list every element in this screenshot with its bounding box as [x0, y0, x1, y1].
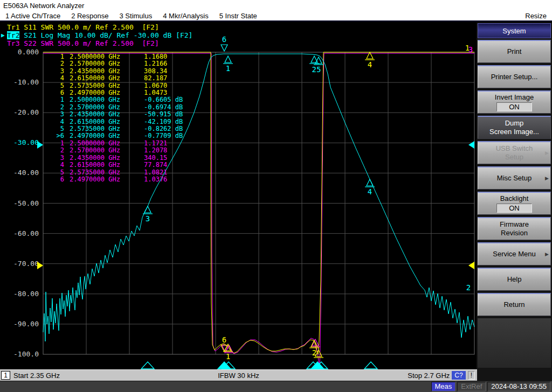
y-tick-label: 0.000	[18, 48, 39, 56]
marker-number: 6	[50, 89, 64, 96]
menu-item-3[interactable]: 3 Stimulus	[114, 12, 158, 20]
svg-text:1: 1	[226, 64, 230, 73]
softkey-label: Invert Image	[495, 93, 534, 102]
softkey-misc-setup[interactable]: Misc Setup▶	[478, 166, 551, 190]
marker-number: 4	[50, 162, 64, 169]
marker-frequency: 2.4970000 GHz	[70, 132, 137, 139]
y-tick-label: -100.0	[13, 350, 39, 358]
softkey-label: USB Switch	[496, 144, 533, 153]
softkey-value: ON	[496, 102, 532, 111]
marker-6-icon: 6	[221, 35, 227, 51]
ifbw-label[interactable]: IFBW 30 kHz	[218, 372, 259, 380]
softkey-firmware-revision[interactable]: FirmwareRevision	[478, 217, 551, 240]
submenu-arrow-icon: ▶	[545, 251, 549, 257]
menu-item-1[interactable]: 1 Active Ch/Trace	[0, 12, 66, 20]
softkey-invert-image[interactable]: Invert ImageON	[478, 90, 551, 114]
marker-number: 6	[50, 176, 64, 183]
softkey-label: Printer Setup...	[491, 73, 538, 81]
marker-frequency: 2.4350000 GHz	[70, 155, 137, 162]
y-tick-label: -10.00	[13, 78, 39, 86]
marker-frequency: 2.5700000 GHz	[70, 104, 137, 111]
marker-number: 1	[50, 53, 64, 60]
softkey-help[interactable]: Help	[478, 268, 551, 291]
softkey-printer-setup[interactable]: Printer Setup...	[478, 65, 551, 88]
meas-status-badge: Meas	[431, 382, 456, 391]
marker-number: 3	[50, 111, 64, 118]
marker-number: 4	[50, 118, 64, 125]
softkey-label: Backlight	[500, 194, 529, 203]
marker-value: 1.1721	[144, 140, 167, 147]
marker-number: 1	[50, 96, 64, 103]
marker-value: 82.187	[144, 75, 167, 82]
softkey-label: Return	[503, 300, 525, 309]
trace-header-tr3[interactable]: Tr3 S22 SWR 500.0 m/ Ref 2.500 [F2]	[1, 39, 192, 47]
resize-button[interactable]: Resize	[520, 12, 552, 20]
marker-value: 1.0670	[144, 82, 167, 89]
softkey-service-menu[interactable]: Service Menu▶	[478, 242, 551, 265]
marker-value: -0.8262 dB	[144, 125, 183, 132]
menu-item-2[interactable]: 2 Response	[66, 12, 114, 20]
analyzer-screen: 0.000-10.00-20.00-30.00-40.00-50.00-60.0…	[0, 23, 477, 369]
marker-value: -42.109 dB	[144, 118, 183, 125]
softkey-value: ON	[496, 204, 532, 213]
marker-value: 1.2078	[144, 147, 167, 154]
marker-value: -0.7709 dB	[144, 132, 183, 139]
marker-table-1: 12.5000000 GHz1.168022.5700000 GHz1.2166…	[50, 53, 183, 96]
marker-value: 308.34	[144, 68, 167, 75]
marker-number: >6	[50, 132, 64, 139]
window-title: E5063A Network Analyzer	[0, 0, 552, 11]
marker-row: 62.4970000 GHz1.0376	[50, 176, 183, 183]
ref-level-arrow-icon	[37, 262, 43, 269]
marker-frequency: 2.6150000 GHz	[70, 75, 137, 82]
marker-row: 12.5000000 GHz1.1680	[50, 53, 183, 60]
marker-frequency: 2.4350000 GHz	[70, 68, 137, 75]
softkey-label: Setup	[505, 153, 523, 162]
marker-row: 42.6150000 GHz77.874	[50, 162, 183, 169]
softkey-backlight[interactable]: BacklightON	[478, 192, 551, 215]
softkey-return[interactable]: Return	[478, 293, 551, 316]
submenu-arrow-icon: ▶	[545, 150, 549, 156]
trace-header-tr1[interactable]: Tr1 S11 SWR 500.0 m/ Ref 2.500 [F2]	[1, 23, 192, 31]
y-axis-labels: 0.000-10.00-20.00-30.00-40.00-50.00-60.0…	[13, 48, 39, 358]
trace-label-text: 2	[466, 283, 471, 292]
menu-item-4[interactable]: 4 Mkr/Analysis	[157, 12, 214, 20]
y-tick-label: -70.00	[13, 260, 39, 268]
marker-tables: 12.5000000 GHz1.168022.5700000 GHz1.2166…	[50, 53, 183, 183]
marker-number: 3	[50, 155, 64, 162]
marker-number: 5	[50, 125, 64, 132]
stop-frequency-label[interactable]: Stop 2.7 GHz	[408, 372, 450, 380]
start-frequency-label[interactable]: Start 2.35 GHz	[13, 372, 60, 380]
trace-settings: S22 SWR 500.0 m/ Ref 2.500 [F2]	[19, 39, 158, 47]
marker-x-icon	[309, 56, 319, 64]
marker-row: 52.5735000 GHz1.0821	[50, 169, 183, 176]
marker-value: 1.0473	[144, 89, 167, 96]
menu-item-5[interactable]: 5 Instr State	[214, 12, 263, 20]
softkey-dump-screen-image[interactable]: DumpScreen Image...	[478, 116, 551, 139]
trace-id: Tr3	[7, 39, 19, 47]
y-tick-label: -80.00	[13, 290, 39, 298]
marker-value: 1.0376	[144, 176, 167, 183]
trace-id: Tr1	[7, 23, 19, 31]
marker-number: 5	[50, 82, 64, 89]
marker-number: 3	[50, 68, 64, 75]
marker-value: 1.0821	[144, 169, 167, 176]
svg-text:3: 3	[146, 214, 150, 223]
ref-level-arrow-icon	[468, 141, 474, 149]
y-tick-label: -30.00	[13, 138, 39, 146]
softkey-print[interactable]: Print	[478, 40, 551, 63]
marker-frequency: 2.4350000 GHz	[70, 111, 137, 118]
marker-row: 52.5735000 GHz1.0670	[50, 82, 183, 89]
y-tick-label: -90.00	[13, 320, 39, 328]
marker-number: 4	[50, 75, 64, 82]
trace-arrow-slot	[1, 23, 7, 31]
trace-header-tr2[interactable]: ▶Tr2 S21 Log Mag 10.00 dB/ Ref -30.00 dB…	[1, 31, 192, 39]
trace-settings: S11 SWR 500.0 m/ Ref 2.500 [F2]	[19, 23, 158, 31]
marker-row: 62.4970000 GHz1.0473	[50, 89, 183, 96]
trace-label-text: 3	[468, 45, 473, 54]
marker-frequency: 2.4970000 GHz	[70, 176, 137, 183]
instrument-status-bar: Meas ExtRef 2024-08-13 09:55	[0, 381, 552, 392]
marker-frequency: 2.5735000 GHz	[70, 169, 137, 176]
svg-text:6: 6	[222, 35, 226, 44]
ref-level-arrow-icon	[468, 262, 474, 269]
marker-number: 2	[50, 104, 64, 111]
